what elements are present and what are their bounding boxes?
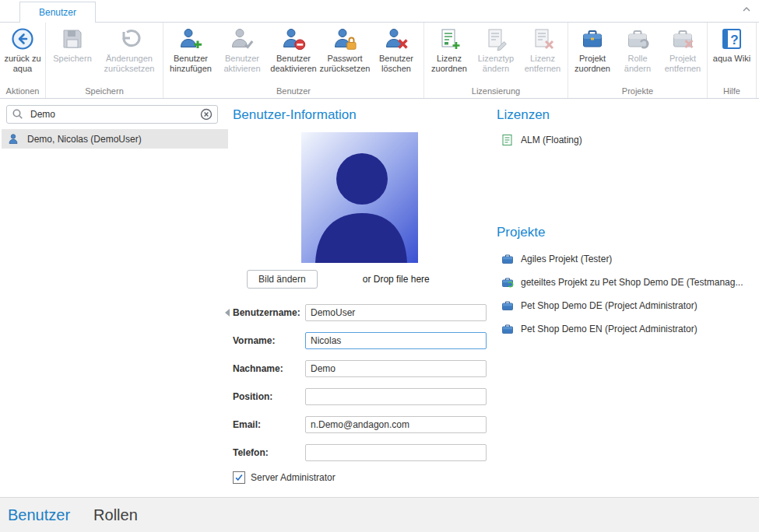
- server-admin-checkbox[interactable]: [233, 471, 245, 484]
- user-info-panel: Benutzer-Information Bild ändern or Drop…: [231, 100, 490, 497]
- aqua-wiki-button[interactable]: ? aqua Wiki: [709, 23, 754, 64]
- ribbon-group-label: Hilfe: [709, 86, 754, 98]
- phone-label: Telefon:: [233, 447, 305, 458]
- avatar-drop-area[interactable]: [301, 132, 418, 263]
- license-item-label: ALM (Floating): [521, 135, 582, 145]
- assignments-panel: Lizenzen ALM (Floating) Projekte Agiles …: [492, 100, 759, 497]
- license-list-item[interactable]: ALM (Floating): [501, 130, 759, 150]
- ribbon-group-label: Benutzer: [165, 86, 422, 98]
- project-list-item[interactable]: Pet Shop Demo EN (Project Administrator): [501, 317, 759, 341]
- ribbon-tab-strip: Benutzer: [0, 0, 759, 23]
- change-role-button[interactable]: Rolle ändern: [615, 23, 660, 74]
- project-item-label: Pet Shop Demo EN (Project Administrator): [521, 324, 698, 334]
- project-item-label: Agiles Projekt (Tester): [521, 254, 612, 264]
- phone-input[interactable]: [305, 444, 487, 461]
- ribbon-button-label: Änderungen zurücksetzen: [97, 54, 161, 74]
- user-deactivate-icon: [281, 26, 306, 51]
- ribbon-button-label: Benutzer aktivieren: [216, 54, 268, 74]
- project-list-item[interactable]: geteiltes Projekt zu Pet Shop Demo DE (T…: [501, 271, 759, 294]
- user-list-panel: Demo, Nicolas (DemoUser): [0, 100, 230, 497]
- ribbon-button-label: Lizenz zuordnen: [426, 54, 473, 74]
- ribbon-button-label: Speichern: [53, 54, 92, 64]
- reset-password-button[interactable]: Passwort zurücksetzen: [319, 23, 371, 74]
- firstname-input[interactable]: [305, 332, 487, 349]
- ribbon-group-aktionen: zurück zu aqua Aktionen: [0, 23, 46, 98]
- license-remove-icon: [530, 26, 555, 51]
- form-collapse-arrow[interactable]: [225, 309, 230, 317]
- ribbon-button-label: Projekt zuordnen: [570, 54, 615, 74]
- delete-user-button[interactable]: Benutzer löschen: [371, 23, 422, 74]
- bottom-nav: Benutzer Rollen: [0, 497, 759, 532]
- ribbon-button-label: Benutzer löschen: [371, 54, 422, 74]
- footer-nav-rollen[interactable]: Rollen: [93, 506, 138, 524]
- username-label: Benutzername:: [233, 307, 305, 318]
- assign-license-button[interactable]: Lizenz zuordnen: [426, 23, 473, 74]
- undo-icon: [117, 26, 142, 51]
- save-icon: [60, 26, 85, 51]
- user-list-item[interactable]: Demo, Nicolas (DemoUser): [2, 129, 228, 149]
- ribbon-button-label: Lizenz entfernen: [519, 54, 566, 74]
- user-info-title: Benutzer-Information: [233, 107, 490, 123]
- ribbon-button-label: aqua Wiki: [713, 54, 750, 64]
- user-icon: [8, 133, 20, 145]
- assign-project-button[interactable]: Projekt zuordnen: [570, 23, 615, 74]
- email-input[interactable]: [305, 416, 487, 433]
- user-add-icon: [178, 26, 203, 51]
- drop-file-hint: or Drop file here: [363, 274, 430, 285]
- role-change-icon: [625, 26, 650, 51]
- ribbon-group-label: Projekte: [570, 86, 705, 98]
- user-search-box: [6, 105, 218, 124]
- ribbon-button-label: Projekt entfernen: [660, 54, 705, 74]
- username-input[interactable]: [305, 304, 487, 321]
- briefcase-shared-icon: [501, 276, 514, 289]
- avatar-silhouette: [301, 132, 418, 263]
- project-item-label: Pet Shop Demo DE (Project Administrator): [521, 300, 698, 311]
- position-label: Position:: [233, 391, 305, 402]
- ribbon-button-label: zurück zu aqua: [2, 54, 44, 74]
- footer-nav-benutzer[interactable]: Benutzer: [8, 506, 70, 524]
- briefcase-icon: [501, 253, 514, 265]
- add-user-button[interactable]: Benutzer hinzufügen: [165, 23, 216, 74]
- change-license-type-button[interactable]: Lizenztyp ändern: [473, 23, 519, 74]
- ribbon-group-speichern: Speichern Änderungen zurücksetzen Speich…: [46, 23, 163, 98]
- server-admin-label: Server Administrator: [251, 472, 336, 483]
- position-input[interactable]: [305, 388, 487, 405]
- reset-changes-button[interactable]: Änderungen zurücksetzen: [97, 23, 161, 74]
- deactivate-user-button[interactable]: Benutzer deaktivieren: [268, 23, 319, 74]
- projects-title: Projekte: [497, 225, 759, 240]
- ribbon-group-label: Speichern: [47, 86, 161, 98]
- licenses-title: Lizenzen: [497, 107, 759, 123]
- ribbon-collapse-chevron-icon[interactable]: [740, 3, 753, 16]
- license-edit-icon: [483, 26, 508, 51]
- project-list-item[interactable]: Pet Shop Demo DE (Project Administrator): [501, 294, 759, 317]
- save-button[interactable]: Speichern: [47, 23, 97, 64]
- wiki-icon: ?: [719, 26, 744, 51]
- user-search-input[interactable]: [29, 108, 195, 121]
- change-image-button[interactable]: Bild ändern: [247, 270, 318, 289]
- remove-license-button[interactable]: Lizenz entfernen: [519, 23, 566, 74]
- ribbon-group-label: Lizensierung: [426, 86, 566, 98]
- project-list-item[interactable]: Agiles Projekt (Tester): [501, 247, 759, 271]
- checkmark-icon: [234, 473, 244, 482]
- remove-project-button[interactable]: Projekt entfernen: [660, 23, 705, 74]
- ribbon-group-hilfe: ? aqua Wiki Hilfe: [708, 23, 757, 98]
- license-icon: [501, 134, 514, 146]
- lastname-input[interactable]: [305, 360, 487, 377]
- project-remove-icon: [670, 26, 695, 51]
- lastname-label: Nachname:: [233, 363, 305, 374]
- ribbon-group-projekte: Projekt zuordnen Rolle ändern Projekt en…: [568, 23, 708, 98]
- firstname-label: Vorname:: [233, 335, 305, 346]
- tab-benutzer[interactable]: Benutzer: [19, 2, 96, 23]
- user-activate-icon: [230, 26, 255, 51]
- clear-search-icon[interactable]: [200, 108, 213, 121]
- ribbon-button-label: Benutzer deaktivieren: [268, 54, 319, 74]
- ribbon-button-label: Lizenztyp ändern: [473, 54, 519, 74]
- ribbon: zurück zu aqua Aktionen Speichern Änderu…: [0, 23, 759, 99]
- back-to-aqua-button[interactable]: zurück zu aqua: [2, 23, 44, 74]
- activate-user-button[interactable]: Benutzer aktivieren: [216, 23, 268, 74]
- project-item-label: geteiltes Projekt zu Pet Shop Demo DE (T…: [521, 277, 743, 288]
- user-form: Benutzername: Vorname: Nachname: Positio…: [233, 304, 490, 461]
- briefcase-icon: [501, 299, 514, 312]
- project-assign-icon: [580, 26, 605, 51]
- back-arrow-icon: [10, 26, 35, 51]
